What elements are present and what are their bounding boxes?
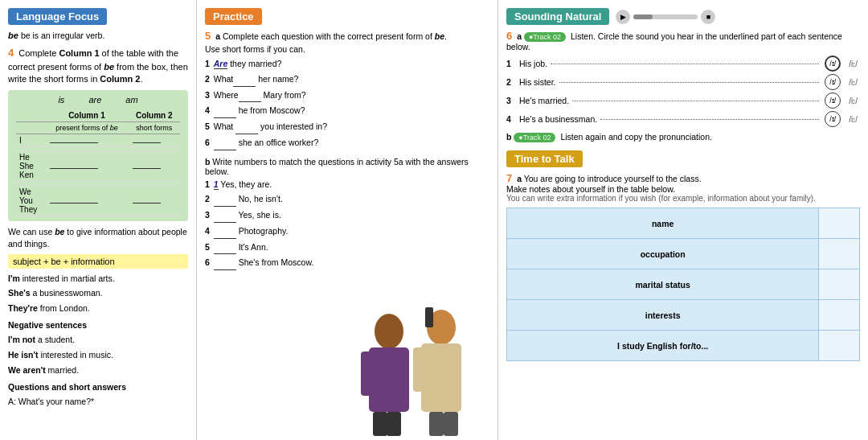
interests-value[interactable] (819, 300, 860, 331)
task7-letter: a (517, 174, 522, 183)
sound-circle-1[interactable]: /ɪ/ (825, 74, 841, 90)
svg-rect-10 (425, 307, 433, 327)
list-item: 5 What you interested in? (205, 121, 489, 134)
task5a-instruction: Use short forms if you can. (205, 44, 489, 54)
right-panel: Sounding Natural ▶ ■ 6 a ● Track 02 List… (498, 0, 868, 440)
list-item: 1 Are they married? (205, 58, 489, 71)
task6-num: 6 (506, 30, 512, 42)
svg-rect-2 (361, 352, 375, 396)
task6-letter: a (517, 31, 522, 41)
task5b-letter: b (205, 157, 210, 167)
stop-button[interactable]: ■ (701, 10, 715, 24)
questions-5a: 1 Are they married? 2 What her name? 3 W… (205, 58, 489, 150)
sounding-natural-header: Sounding Natural (506, 8, 609, 25)
list-item: 2 No, he isn't. (205, 193, 489, 207)
marital-status-value[interactable] (819, 269, 860, 300)
is-are-row: is are am (16, 95, 180, 105)
svg-rect-12 (444, 412, 458, 436)
list-item: 3 Yes, she is. (205, 209, 489, 223)
name-value[interactable] (819, 208, 860, 239)
list-item: 4 He's a businessman. /ɪ/ /iː/ (506, 111, 860, 127)
audio-controls: ▶ ■ (616, 10, 715, 24)
sound-circle-2[interactable]: /ɪ/ (825, 93, 841, 109)
list-item: 2 What her name? (205, 73, 489, 87)
verb-table-container: is are am Column 1 Column 2 present form… (8, 90, 188, 221)
column-table: Column 1 Column 2 present forms of be sh… (16, 109, 180, 216)
time-to-talk-section: Time to Talk 7 a You are going to introd… (506, 150, 860, 361)
svg-rect-9 (447, 347, 461, 392)
sounding-natural-section: Sounding Natural ▶ ■ 6 a ● Track 02 List… (506, 8, 860, 142)
svg-rect-5 (387, 412, 401, 436)
list-item: 3 He's married. /ɪ/ /iː/ (506, 93, 860, 109)
occupation-value[interactable] (819, 239, 860, 269)
be-word: be (8, 31, 18, 40)
table-row: marital status (507, 269, 860, 300)
list-item: 3 Where Mary from? (205, 89, 489, 103)
svg-point-0 (375, 314, 403, 349)
list-item: 1 1 Yes, they are. (205, 179, 489, 191)
people-image (329, 287, 497, 440)
occupation-label: occupation (507, 239, 819, 269)
track02b-btn[interactable]: ● Track 02 (514, 133, 555, 142)
table-row: interests (507, 300, 860, 331)
list-item: 1 His job. /ɪ/ /iː/ (506, 56, 860, 72)
time-to-talk-header: Time to Talk (506, 150, 583, 167)
table-row: HeSheKen (16, 151, 180, 182)
qa-example: A: What's your name?* (8, 396, 188, 408)
list-item: 4 he from Moscow? (205, 105, 489, 118)
sound-circle-selected[interactable]: /ɪ/ (825, 56, 841, 72)
table-row: occupation (507, 239, 860, 269)
task5a-letter: a (215, 31, 220, 41)
list-item: 6 She's from Moscow. (205, 257, 489, 270)
task4-num: 4 (8, 47, 14, 59)
practice-header: Practice (205, 8, 262, 25)
table-row: WeYouThey (16, 186, 180, 216)
info-table: name occupation marital status interests (506, 208, 860, 361)
track02-btn[interactable]: ● Track 02 (524, 32, 566, 42)
study-english-value[interactable] (819, 331, 860, 361)
list-item: 4 Photography. (205, 225, 489, 239)
table-row: I (16, 134, 180, 147)
qa-header: Questions and short answers (8, 381, 188, 393)
practice-panel: Practice 5 a Complete each question with… (197, 0, 498, 440)
task6b-letter: b (506, 132, 511, 142)
task5-num: 5 (205, 30, 211, 42)
list-item: 2 His sister. /ɪ/ /iː/ (506, 74, 860, 90)
neg-header: Negative sentences (8, 319, 188, 331)
play-button[interactable]: ▶ (616, 10, 630, 24)
language-focus-header: Language Focus (8, 8, 107, 25)
task7-num: 7 (506, 172, 512, 184)
answers-5b: 1 1 Yes, they are. 2 No, he isn't. 3 Yes… (205, 179, 489, 271)
list-item: 5 It's Ann. (205, 241, 489, 255)
svg-rect-8 (413, 347, 428, 392)
progress-bar[interactable] (633, 14, 698, 19)
svg-rect-4 (373, 412, 387, 436)
marital-status-label: marital status (507, 269, 819, 300)
interests-label: interests (507, 300, 819, 331)
formula-highlight: subject + be + information (8, 254, 188, 269)
table-row: I study English for/to... (507, 331, 860, 361)
progress-fill (633, 14, 653, 19)
list-item: 6 she an office worker? (205, 137, 489, 150)
table-row: name (507, 208, 860, 239)
sound-circle-3[interactable]: /ɪ/ (825, 111, 841, 127)
svg-rect-3 (395, 352, 409, 396)
name-label: name (507, 208, 819, 239)
study-english-label: I study English for/to... (507, 331, 819, 361)
language-focus-panel: Language Focus be be is an irregular ver… (0, 0, 197, 440)
svg-rect-11 (429, 412, 444, 436)
be-intro: be be is an irregular verb. (8, 30, 188, 42)
sn-items: 1 His job. /ɪ/ /iː/ 2 His sister. /ɪ/ /i… (506, 56, 860, 127)
